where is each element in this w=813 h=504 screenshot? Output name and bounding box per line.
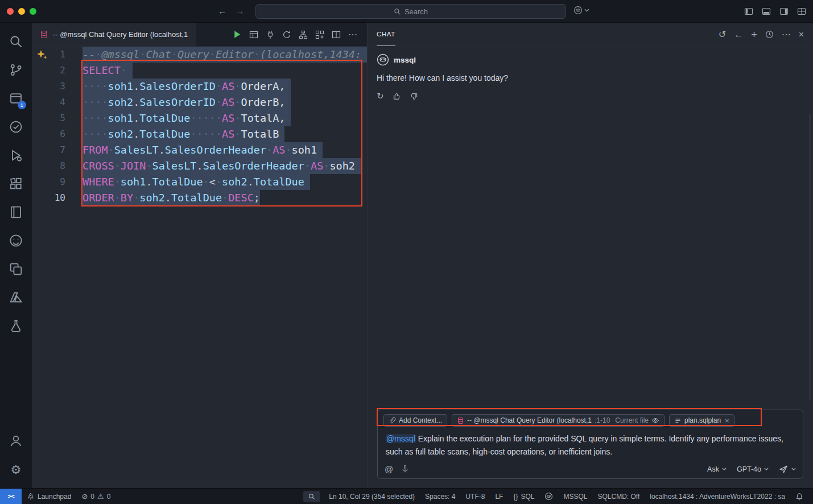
- copilot-sparkle-icon[interactable]: [36, 49, 48, 60]
- close-window-button[interactable]: [7, 8, 14, 15]
- mssql-status[interactable]: MSSQL: [558, 489, 592, 504]
- new-chat-icon[interactable]: +: [751, 30, 757, 40]
- customize-layout-icon[interactable]: [797, 7, 806, 16]
- add-context-chip[interactable]: Add Context...: [383, 414, 447, 427]
- zoom-window-button[interactable]: [30, 8, 36, 15]
- activity-containers[interactable]: [2, 255, 30, 283]
- chat-more-icon[interactable]: ⋯: [782, 30, 791, 39]
- eol-sequence[interactable]: LF: [490, 489, 508, 504]
- code-line[interactable]: 7FROM·SalesLT.SalesOrderHeader·AS·soh1: [32, 142, 367, 158]
- code-line[interactable]: 6····soh2.TotalDue·····AS·TotalB: [32, 126, 367, 142]
- errors-count: 0: [90, 493, 94, 501]
- problems-status[interactable]: ⊘ 0 ⚠ 0: [76, 489, 115, 504]
- code-token: ·: [139, 48, 146, 60]
- mode-picker[interactable]: Ask: [707, 465, 727, 473]
- split-editor-icon[interactable]: [332, 30, 341, 39]
- activity-github[interactable]: [2, 226, 30, 255]
- code-token: WHERE: [82, 176, 114, 188]
- layout-controls: [744, 7, 806, 16]
- copilot-status[interactable]: [539, 489, 558, 504]
- thumbs-up-icon[interactable]: [393, 92, 401, 101]
- connect-plug-icon[interactable]: [266, 30, 275, 39]
- run-query-button[interactable]: [232, 30, 242, 39]
- status-bar: >< Launchpad ⊘ 0 ⚠ 0 Ln 10, Col 29 (354 …: [0, 488, 813, 504]
- scrollbar-thumb[interactable]: [809, 114, 811, 401]
- activity-remote-explorer[interactable]: 1: [2, 84, 30, 113]
- activity-testing[interactable]: [2, 113, 30, 141]
- toggle-secondary-sidebar-icon[interactable]: [779, 7, 789, 16]
- line-number: 2: [32, 63, 65, 79]
- code-token: (localhost,1434:: [260, 48, 361, 60]
- code-line[interactable]: 4····soh2.SalesOrderID·AS·OrderB,: [32, 94, 367, 110]
- code-token: soh1: [108, 80, 134, 92]
- editor-tab[interactable]: -- @mssql Chat Query Editor (localhost,1: [32, 23, 196, 46]
- code-token: ·: [254, 48, 260, 60]
- code-line[interactable]: 10ORDER·BY·soh2.TotalDue·DESC;: [32, 190, 367, 206]
- go-forward-icon[interactable]: →: [236, 6, 245, 16]
- activity-notebooks[interactable]: [2, 198, 30, 226]
- activity-source-control[interactable]: [2, 56, 30, 84]
- code-token: SELECT: [82, 64, 121, 76]
- code-line[interactable]: 5····soh1.TotalDue·····AS·TotalA,: [32, 110, 367, 126]
- code-line[interactable]: 9WHERE·soh1.TotalDue·<·soh2.TotalDue: [32, 174, 367, 190]
- chat-tab[interactable]: CHAT: [377, 23, 395, 46]
- more-actions-icon[interactable]: ⋯: [348, 29, 358, 40]
- code-token: ·: [304, 160, 311, 172]
- line-number: 4: [32, 94, 65, 110]
- code-line[interactable]: 2SELECT·: [32, 63, 367, 79]
- command-center-search[interactable]: Search: [255, 4, 566, 19]
- mention-picker-icon[interactable]: @: [385, 464, 393, 474]
- toggle-panel-icon[interactable]: [762, 7, 771, 16]
- results-grid-icon[interactable]: [249, 30, 258, 39]
- mssql-mention[interactable]: @mssql: [386, 434, 416, 443]
- chat-history-icon[interactable]: [765, 30, 774, 39]
- indentation[interactable]: Spaces: 4: [420, 489, 460, 504]
- thumbs-down-icon[interactable]: [410, 92, 418, 101]
- connection-status[interactable]: localhost,1434 : AdventureWorksLT2022 : …: [645, 489, 790, 504]
- launchpad-status[interactable]: Launchpad: [22, 489, 76, 504]
- code-token: TotalDue: [139, 128, 190, 140]
- chevron-down-icon[interactable]: [791, 468, 796, 470]
- code-text: ····soh2.SalesOrderID·AS·OrderB,: [82, 94, 291, 110]
- activity-database-projects[interactable]: [2, 312, 30, 340]
- regenerate-icon[interactable]: ↻: [377, 91, 384, 101]
- query-plan-icon[interactable]: [315, 30, 324, 39]
- model-picker[interactable]: GPT-4o: [737, 465, 769, 473]
- activity-search[interactable]: [2, 27, 30, 56]
- go-back-icon[interactable]: ←: [218, 6, 227, 16]
- microphone-icon[interactable]: [401, 465, 409, 473]
- code-token: SalesLT: [114, 144, 159, 156]
- undo-request-icon[interactable]: ↺: [719, 30, 726, 39]
- code-line[interactable]: 8CROSS·JOIN·SalesLT.SalesOrderHeader·AS·…: [32, 158, 367, 174]
- chat-prompt-input[interactable]: @mssql Explain the execution plan for th…: [383, 431, 797, 464]
- code-editor[interactable]: 1--·@mssql·Chat·Query·Editor·(localhost,…: [32, 47, 367, 488]
- close-panel-icon[interactable]: ×: [799, 30, 804, 39]
- activity-azure[interactable]: [2, 283, 30, 312]
- sqlcmd-status[interactable]: SQLCMD: Off: [593, 489, 645, 504]
- status-right: Ln 10, Col 29 (354 selected) Spaces: 4 U…: [303, 489, 813, 504]
- status-search-box[interactable]: [303, 491, 320, 502]
- activity-run-debug[interactable]: [2, 141, 30, 170]
- code-line[interactable]: 3····soh1.SalesOrderID·AS·OrderA,: [32, 79, 367, 94]
- activity-accounts[interactable]: [2, 427, 30, 455]
- code-line[interactable]: 1--·@mssql·Chat·Query·Editor·(localhost,…: [32, 47, 367, 63]
- encoding[interactable]: UTF-8: [460, 489, 490, 504]
- line-number: 10: [32, 190, 65, 206]
- plan-file-chip[interactable]: plan.sqlplan ×: [669, 414, 734, 427]
- eye-icon[interactable]: [651, 416, 659, 424]
- notifications[interactable]: [790, 489, 808, 504]
- remove-chip-icon[interactable]: ×: [725, 416, 729, 425]
- language-mode[interactable]: {} SQL: [508, 489, 539, 504]
- current-file-chip[interactable]: -- @mssql Chat Query Editor (localhost,1…: [452, 414, 665, 427]
- send-icon[interactable]: [779, 465, 788, 474]
- remote-indicator[interactable]: ><: [0, 489, 22, 504]
- copilot-menu[interactable]: [573, 6, 589, 15]
- change-connection-icon[interactable]: [282, 30, 291, 39]
- minimize-window-button[interactable]: [18, 8, 25, 15]
- activity-extensions[interactable]: [2, 170, 30, 198]
- estimated-plan-icon[interactable]: [299, 30, 308, 39]
- activity-settings[interactable]: ⚙: [2, 455, 30, 484]
- redo-request-icon[interactable]: ←: [734, 30, 743, 39]
- cursor-position[interactable]: Ln 10, Col 29 (354 selected): [324, 489, 420, 504]
- toggle-primary-sidebar-icon[interactable]: [744, 7, 753, 16]
